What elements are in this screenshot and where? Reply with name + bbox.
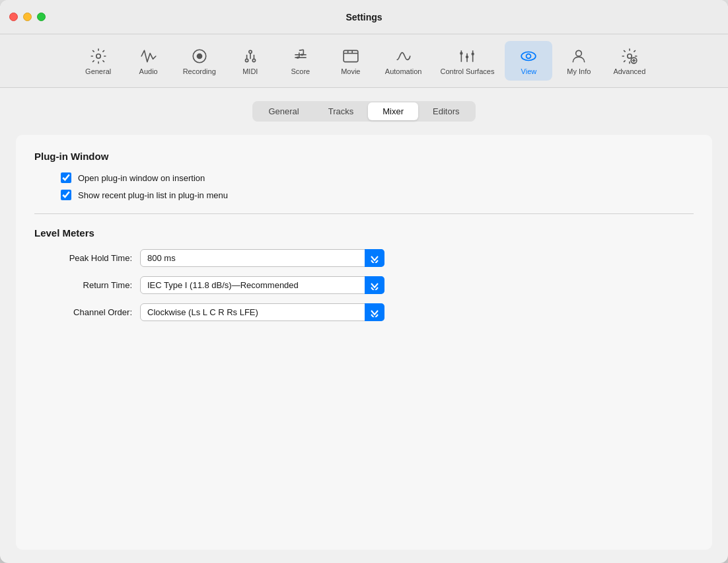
- advanced-icon: [621, 46, 638, 66]
- audio-icon: [140, 46, 157, 66]
- svg-rect-16: [344, 50, 358, 61]
- svg-point-29: [628, 54, 632, 59]
- svg-point-28: [576, 50, 582, 56]
- peak-hold-time-row: Peak Hold Time: 800 ms 1000 ms 2000 ms H…: [34, 249, 694, 267]
- tabs-bar: General Tracks Mixer Editors: [16, 101, 712, 122]
- tabs-container: General Tracks Mixer Editors: [252, 101, 475, 122]
- level-meters-section: Level Meters Peak Hold Time: 800 ms 1000…: [34, 227, 694, 321]
- plugin-window-title: Plug-in Window: [34, 151, 694, 162]
- toolbar-item-automation[interactable]: Automation: [377, 41, 430, 81]
- toolbar-item-movie[interactable]: Movie: [327, 41, 375, 81]
- toolbar-movie-label: Movie: [341, 67, 360, 75]
- control-surfaces-icon: [458, 46, 476, 66]
- toolbar-item-advanced[interactable]: Advanced: [605, 41, 653, 81]
- svg-point-0: [96, 54, 100, 59]
- return-time-label: Return Time:: [34, 280, 140, 290]
- open-plugin-checkbox[interactable]: [61, 172, 71, 183]
- toolbar-item-audio[interactable]: Audio: [125, 41, 172, 81]
- window-title: Settings: [346, 12, 382, 22]
- peak-hold-time-label: Peak Hold Time:: [34, 253, 140, 263]
- show-recent-row: Show recent plug-in list in plug-in menu: [61, 190, 694, 200]
- toolbar-item-recording[interactable]: Recording: [175, 41, 224, 81]
- toolbar-general-label: General: [85, 67, 111, 75]
- view-icon: [520, 46, 537, 66]
- recording-icon: [191, 46, 208, 66]
- toolbar-my-info-label: My Info: [567, 67, 591, 75]
- window-controls: [9, 13, 46, 21]
- tab-tracks[interactable]: Tracks: [314, 102, 369, 120]
- toolbar-automation-label: Automation: [385, 67, 422, 75]
- show-recent-checkbox[interactable]: [61, 190, 71, 200]
- tab-mixer[interactable]: Mixer: [368, 102, 418, 120]
- minimize-button[interactable]: [23, 13, 32, 21]
- maximize-button[interactable]: [37, 13, 46, 21]
- peak-hold-time-wrapper: 800 ms 1000 ms 2000 ms Hold Off: [140, 249, 384, 267]
- channel-order-label: Channel Order:: [34, 307, 140, 317]
- svg-point-4: [249, 50, 252, 53]
- toolbar-item-view[interactable]: View: [505, 41, 552, 81]
- plugin-window-section: Plug-in Window Open plug-in window on in…: [34, 151, 694, 200]
- svg-point-23: [460, 52, 463, 55]
- return-time-select[interactable]: IEC Type I (11.8 dB/s)—Recommended IEC T…: [140, 276, 384, 294]
- toolbar-control-surfaces-label: Control Surfaces: [440, 67, 494, 75]
- toolbar-recording-label: Recording: [183, 67, 216, 75]
- movie-icon: [342, 46, 359, 66]
- svg-point-24: [466, 56, 468, 58]
- content-area: General Tracks Mixer Editors Plug-in Win…: [0, 88, 728, 563]
- toolbar-item-control-surfaces[interactable]: Control Surfaces: [432, 41, 502, 81]
- settings-panel: Plug-in Window Open plug-in window on in…: [16, 135, 712, 550]
- toolbar-view-label: View: [521, 67, 537, 75]
- midi-icon: [242, 46, 259, 66]
- automation-icon: [395, 46, 412, 66]
- svg-point-2: [196, 54, 202, 59]
- tab-editors[interactable]: Editors: [418, 102, 474, 120]
- show-recent-label: Show recent plug-in list in plug-in menu: [78, 190, 228, 200]
- svg-point-27: [527, 54, 531, 59]
- section-divider: [34, 213, 694, 214]
- toolbar-score-label: Score: [291, 67, 310, 75]
- toolbar-advanced-label: Advanced: [613, 67, 645, 75]
- level-meters-title: Level Meters: [34, 227, 694, 239]
- return-time-row: Return Time: IEC Type I (11.8 dB/s)—Reco…: [34, 276, 694, 294]
- score-icon: [292, 46, 309, 66]
- close-button[interactable]: [9, 13, 18, 21]
- toolbar-audio-label: Audio: [139, 67, 158, 75]
- channel-order-row: Channel Order: Clockwise (Ls L C R Rs LF…: [34, 303, 694, 321]
- svg-point-5: [252, 59, 255, 61]
- toolbar-item-my-info[interactable]: My Info: [555, 41, 602, 81]
- toolbar-item-midi[interactable]: MIDI: [227, 41, 274, 81]
- svg-point-26: [522, 52, 536, 61]
- svg-point-25: [472, 53, 474, 56]
- my-info-icon: [570, 46, 587, 66]
- toolbar-midi-label: MIDI: [242, 67, 258, 75]
- channel-order-select[interactable]: Clockwise (Ls L C R Rs LFE) SMPTE/ITU (L…: [140, 303, 384, 321]
- toolbar: General Audio Recording MIDI: [0, 34, 728, 88]
- open-plugin-label: Open plug-in window on insertion: [78, 173, 205, 183]
- svg-line-15: [299, 50, 304, 50]
- title-bar: Settings: [0, 0, 728, 34]
- settings-window: Settings General Audio Recording: [0, 0, 728, 563]
- open-plugin-row: Open plug-in window on insertion: [61, 172, 694, 183]
- svg-point-3: [245, 59, 248, 61]
- channel-order-wrapper: Clockwise (Ls L C R Rs LFE) SMPTE/ITU (L…: [140, 303, 384, 321]
- toolbar-item-general[interactable]: General: [75, 41, 122, 81]
- gear-icon: [90, 46, 107, 66]
- return-time-wrapper: IEC Type I (11.8 dB/s)—Recommended IEC T…: [140, 276, 384, 294]
- peak-hold-time-select[interactable]: 800 ms 1000 ms 2000 ms Hold Off: [140, 249, 384, 267]
- tab-general[interactable]: General: [254, 102, 313, 120]
- toolbar-item-score[interactable]: Score: [277, 41, 324, 81]
